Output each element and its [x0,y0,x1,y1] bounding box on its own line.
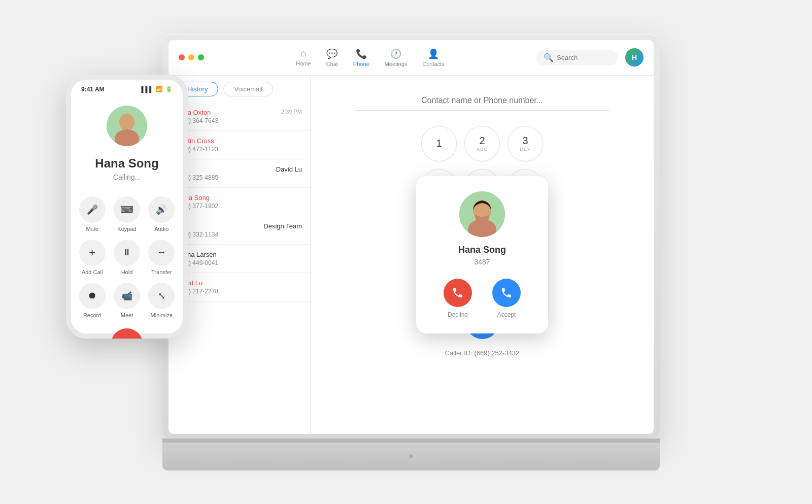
phone-content: Hana Song Calling... 🎤 Mute ⌨ Keypad 🔊 A… [71,95,183,339]
keypad-label: Keypad [117,226,136,232]
nav-meetings[interactable]: 🕐 Meetings [385,48,408,67]
call-number: (342) 449-0041 [177,259,302,266]
home-icon: ⌂ [301,48,307,59]
nav-home[interactable]: ⌂ Home [296,48,311,66]
dialer-input[interactable] [355,91,609,111]
audio-control[interactable]: 🔊 Audio [148,196,175,232]
end-call-button[interactable] [111,328,143,339]
audio-icon: 🔊 [148,196,175,223]
audio-label: Audio [154,226,168,232]
add-call-control[interactable]: + Add Call [79,240,106,275]
decline-label: Decline [448,311,468,318]
transfer-control[interactable]: ↔ Transfer [148,240,175,275]
nav-contacts-label: Contacts [422,61,444,67]
left-panel: History Voicemail Lena Oxton 2:39 PM (21… [168,76,311,434]
header-right: 🔍 H [536,48,644,66]
phone-status-bar: 9:41 AM ▌▌▌ 📶 🔋 [71,80,183,95]
nav-contacts[interactable]: 👤 Contacts [422,48,444,67]
laptop-hinge [162,439,660,443]
phone-device: 9:41 AM ▌▌▌ 📶 🔋 Hana Song Calling... [66,75,188,339]
phone-screen: 9:41 AM ▌▌▌ 📶 🔋 Hana Song Calling... [71,80,183,333]
laptop-base [162,443,660,471]
contacts-icon: 👤 [428,48,439,59]
nav-phone-label: Phone [353,61,369,67]
mute-label: Mute [86,226,98,232]
dial-key-1[interactable]: 1 [421,126,457,161]
phone-caller-avatar [107,106,147,146]
minimize-icon: ⤡ [148,283,175,309]
app-nav: ⌂ Home 💬 Chat 📞 Phone 🕐 [296,48,444,67]
record-icon: ⏺ [79,283,106,309]
search-box[interactable]: 🔍 [536,50,618,65]
user-avatar[interactable]: H [625,48,644,66]
meetings-icon: 🕐 [390,48,401,59]
close-button[interactable] [179,54,185,60]
record-control[interactable]: ⏺ Record [79,283,106,318]
decline-icon [444,279,472,307]
decline-button[interactable]: Decline [444,279,472,318]
battery-icon: 🔋 [165,86,173,92]
transfer-label: Transfer [151,269,172,275]
svg-point-4 [119,114,134,131]
keypad-control[interactable]: ⌨ Keypad [113,196,140,232]
accept-button[interactable]: Accept [492,279,521,318]
laptop: ⌂ Home 💬 Chat 📞 Phone 🕐 [162,34,660,471]
right-panel: 1 2 ABC 3 DEF [311,76,654,434]
call-number: (510) 472-1123 [177,146,302,153]
nav-home-label: Home [296,60,311,66]
tabs: History Voicemail [168,76,310,103]
dial-key-2[interactable]: 2 ABC [464,126,500,161]
phone-time: 9:41 AM [81,86,105,93]
call-item[interactable]: Jenna Larsen (342) 449-0041 [168,245,310,273]
search-input[interactable] [557,54,611,61]
record-label: Record [83,312,101,318]
minimize-label: Minimize [151,312,173,318]
nav-phone[interactable]: 📞 Phone [353,48,369,67]
call-number: (980) 332-1134 [177,231,302,238]
signal-icon: ▌▌▌ [142,86,153,92]
digit-3: 3 [522,136,528,146]
app-header-left [179,54,204,60]
add-call-label: Add Call [82,269,103,275]
call-item[interactable]: Austin Cross (510) 472-1123 [168,131,310,159]
mute-icon: 🎤 [79,196,106,223]
call-item[interactable]: Hana Song (473) 377-1902 [168,188,310,216]
call-item[interactable]: David Lu (837) 217-2278 [168,273,310,301]
meet-control[interactable]: 📹 Meet [113,283,140,318]
status-icons: ▌▌▌ 📶 🔋 [142,86,173,93]
digit-2: 2 [479,136,485,146]
app-content: History Voicemail Lena Oxton 2:39 PM (21… [168,76,654,434]
tab-voicemail[interactable]: Voicemail [223,82,273,96]
call-number: (217) 364-7643 [177,117,302,124]
chat-icon: 💬 [326,48,337,59]
laptop-body: ⌂ Home 💬 Chat 📞 Phone 🕐 [162,34,660,440]
call-list: Lena Oxton 2:39 PM (217) 364-7643 Austin… [168,103,310,434]
phone-controls: 🎤 Mute ⌨ Keypad 🔊 Audio + Add Call [79,196,175,318]
call-item[interactable]: Lena Oxton 2:39 PM (217) 364-7643 [168,103,310,131]
hold-icon: ⏸ [114,240,140,266]
call-item[interactable]: 📞 David Lu (573) 325-4885 [168,159,310,188]
scene: ⌂ Home 💬 Chat 📞 Phone 🕐 [51,24,761,481]
minimize-button[interactable] [188,54,194,60]
nav-chat[interactable]: 💬 Chat [326,48,338,67]
hold-control[interactable]: ⏸ Hold [113,240,140,275]
call-number: (837) 217-2278 [177,288,302,295]
laptop-screen: ⌂ Home 💬 Chat 📞 Phone 🕐 [168,40,654,434]
app-header: ⌂ Home 💬 Chat 📞 Phone 🕐 [168,40,654,76]
mute-control[interactable]: 🎤 Mute [79,196,106,232]
caller-id: Caller ID: (669) 252-3432 [445,349,520,357]
dial-key-3[interactable]: 3 DEF [507,126,543,161]
nav-chat-label: Chat [326,61,338,67]
laptop-notch [409,454,413,458]
call-name: Design Team [263,222,302,230]
maximize-button[interactable] [198,54,204,60]
letters-3: DEF [520,147,531,152]
call-time: 2:39 PM [281,109,302,115]
traffic-lights [179,54,204,60]
minimize-control[interactable]: ⤡ Minimize [148,283,175,318]
incoming-caller-name: Hana Song [458,245,506,255]
add-call-icon: + [79,240,106,266]
phone-caller-name: Hana Song [95,156,158,171]
call-item[interactable]: 📞 Design Team (980) 332-1134 [168,216,310,245]
accept-icon [492,279,521,307]
